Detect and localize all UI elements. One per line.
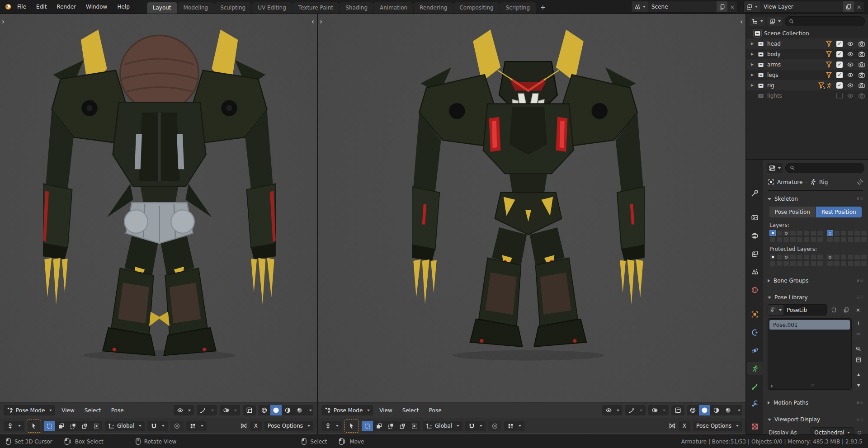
hide-viewport-eye-icon[interactable]	[847, 51, 854, 58]
mode-dropdown[interactable]: Pose Mode	[321, 405, 373, 415]
expand-arrow-icon[interactable]: ▶	[751, 52, 757, 56]
region-collapse-arrow[interactable]: ‹	[740, 19, 743, 25]
layer-cell[interactable]	[861, 254, 867, 260]
outliner-row-legs[interactable]: ▶ legs	[746, 70, 868, 80]
layer-cell[interactable]	[817, 230, 823, 236]
layer-cell[interactable]	[783, 236, 789, 242]
layer-cell[interactable]	[803, 260, 810, 266]
falloff-dropdown[interactable]	[186, 421, 207, 431]
pose-library-panel-header[interactable]: Pose Library	[763, 290, 868, 303]
layer-cell[interactable]	[834, 260, 840, 266]
hide-viewport-eye-icon[interactable]	[847, 92, 854, 99]
list-filter-expander[interactable]	[771, 384, 773, 388]
layer-cell[interactable]	[817, 254, 823, 260]
protected-grid-left[interactable]	[769, 254, 823, 266]
disable-render-camera-icon[interactable]	[858, 61, 865, 68]
pose-options-dropdown[interactable]: Pose Options	[693, 421, 742, 431]
layer-cell[interactable]	[834, 230, 840, 236]
layer-cell[interactable]	[790, 230, 796, 236]
select-subtract-button[interactable]	[67, 421, 79, 431]
layer-cell[interactable]	[790, 254, 796, 260]
layer-cell[interactable]	[827, 236, 833, 242]
disable-render-camera-icon[interactable]	[858, 40, 865, 47]
menu-help[interactable]: Help	[113, 1, 134, 12]
skeleton-panel-header[interactable]: Skeleton	[763, 192, 868, 205]
layer-cell[interactable]	[776, 254, 783, 260]
gizmos-dropdown[interactable]	[197, 405, 217, 415]
workspace-tab-shading[interactable]: Shading	[340, 2, 373, 14]
workspace-tab-layout[interactable]: Layout	[147, 2, 177, 14]
workspace-tab-modeling[interactable]: Modeling	[178, 2, 214, 14]
collection-label[interactable]: Scene Collection	[764, 30, 809, 37]
layer-cell[interactable]	[803, 230, 810, 236]
layer-cell[interactable]	[840, 254, 847, 260]
pose-list-item[interactable]: Pose.001	[769, 320, 850, 330]
layer-cell[interactable]	[817, 236, 823, 242]
expand-arrow-icon[interactable]: ▶	[751, 73, 757, 77]
poselib-name-value[interactable]: PoseLib	[783, 305, 826, 315]
armature-name-field[interactable]: Rig	[768, 190, 863, 191]
layer-cell[interactable]	[776, 230, 783, 236]
layer-cell[interactable]	[840, 230, 847, 236]
layer-cell[interactable]	[783, 260, 789, 266]
shading-material-button[interactable]	[282, 405, 293, 415]
scene-icon[interactable]	[632, 1, 648, 12]
overlays-dropdown[interactable]	[220, 405, 240, 415]
menu-window[interactable]: Window	[81, 1, 112, 12]
layer-cell[interactable]	[790, 260, 796, 266]
layer-cell[interactable]	[769, 254, 776, 260]
hide-viewport-eye-icon[interactable]	[847, 82, 854, 89]
layer-cell[interactable]	[854, 236, 860, 242]
viewport-3d-front-view[interactable]: › ‹	[318, 14, 746, 435]
shading-rendered-button[interactable]	[294, 405, 305, 415]
tool-settings-dropdown[interactable]	[321, 421, 342, 431]
cursor-tool-button[interactable]	[344, 420, 359, 433]
view-layer-icon[interactable]	[744, 1, 760, 12]
disable-render-camera-icon[interactable]	[858, 71, 865, 79]
snapping-dropdown[interactable]	[147, 421, 168, 431]
workspace-tab-compositing[interactable]: Compositing	[453, 2, 499, 14]
pin-icon[interactable]	[857, 179, 863, 185]
filter-funnel-icon[interactable]	[826, 61, 832, 68]
hide-viewport-eye-icon[interactable]	[847, 40, 854, 47]
workspace-tab-texture-paint[interactable]: Texture Paint	[292, 2, 339, 14]
layer-cell[interactable]	[790, 236, 796, 242]
breadcrumb-object[interactable]: Armature	[777, 179, 802, 185]
outliner-filter-dropdown[interactable]	[767, 17, 783, 26]
expand-arrow-icon[interactable]: ▶	[751, 42, 757, 46]
exclude-checkbox[interactable]	[836, 51, 843, 57]
exclude-checkbox[interactable]	[836, 72, 843, 78]
menu-pose[interactable]: Pose	[108, 405, 127, 415]
layer-grid-left[interactable]	[769, 230, 823, 242]
xray-toggle[interactable]	[243, 405, 256, 415]
scene-selector[interactable]: Scene	[631, 1, 738, 13]
remove-view-layer-button[interactable]	[854, 1, 864, 12]
layer-cell[interactable]	[803, 254, 810, 260]
outliner-row-lights[interactable]: lights	[746, 90, 868, 101]
properties-tab-constraints[interactable]	[747, 325, 762, 339]
layer-cell[interactable]	[854, 260, 860, 266]
region-expand-arrow[interactable]: ›	[2, 19, 5, 25]
properties-tab-object[interactable]	[747, 307, 762, 321]
workspace-tab-animation[interactable]: Animation	[374, 2, 413, 14]
menu-view[interactable]: View	[376, 405, 396, 415]
new-scene-button[interactable]	[717, 1, 727, 12]
select-extend-button[interactable]	[56, 421, 67, 431]
outliner-row-head[interactable]: ▶ head	[746, 38, 868, 49]
transform-orientation-dropdown[interactable]: Global	[423, 421, 462, 431]
properties-editor-type-dropdown[interactable]	[767, 163, 783, 173]
layer-cell[interactable]	[776, 260, 783, 266]
cursor-tool-button[interactable]	[27, 420, 41, 433]
layer-cell[interactable]	[797, 260, 803, 266]
menu-pose[interactable]: Pose	[425, 405, 445, 415]
layer-cell[interactable]	[769, 230, 776, 236]
select-set-button[interactable]	[362, 421, 373, 431]
unlink-scene-button[interactable]	[727, 1, 737, 12]
disable-render-camera-icon[interactable]	[858, 51, 865, 58]
region-expand-arrow[interactable]: ›	[320, 19, 322, 25]
select-intersect-button[interactable]	[91, 421, 102, 431]
properties-tab-object-data[interactable]	[747, 362, 763, 375]
select-subtract-button[interactable]	[385, 421, 396, 431]
layer-cell[interactable]	[817, 260, 823, 266]
layer-cell[interactable]	[810, 230, 816, 236]
